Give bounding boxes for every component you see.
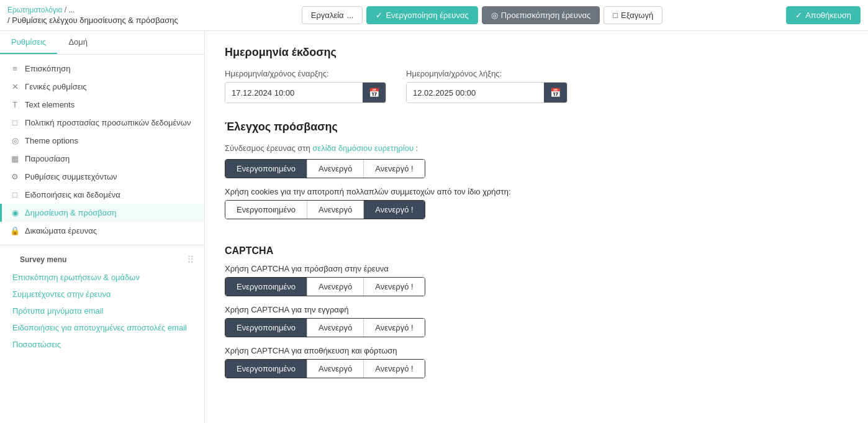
sidebar-item-episkopisi[interactable]: ≡ Επισκόπηση bbox=[0, 60, 204, 78]
access-toggle-active[interactable]: Ενεργοποιημένο bbox=[225, 160, 307, 178]
sidebar-item-dikaiomata[interactable]: 🔒 Δικαιώματα έρευνας bbox=[0, 222, 204, 240]
access-toggle-inactive1[interactable]: Ανενεργό bbox=[307, 160, 364, 178]
captcha-section-title: CAPTCHA bbox=[225, 245, 848, 257]
sidebar-nav: ≡ Επισκόπηση ✕ Γενικές ρυθμίσεις T Text … bbox=[0, 55, 204, 358]
sidebar-item-label: Γενικές ρυθμίσεις bbox=[25, 82, 87, 91]
sidebar-divider bbox=[0, 245, 204, 245]
cookies-toggle-inactive2[interactable]: Ανενεργό ! bbox=[364, 201, 424, 219]
drag-handle-icon[interactable]: ⠿ bbox=[187, 254, 194, 266]
text-icon: T bbox=[10, 100, 20, 109]
export-label: Εξαγωγή bbox=[621, 11, 653, 20]
captcha-section: CAPTCHA Χρήση CAPTCHA για πρόσβαση στην … bbox=[225, 245, 848, 387]
content-area: Ημερομηνία έκδοσης Ημερομηνία/χρόνος ένα… bbox=[205, 31, 868, 423]
captcha-0-btn1[interactable]: Ενεργοποιημένο bbox=[225, 278, 307, 296]
captcha-2-btn1[interactable]: Ενεργοποιημένο bbox=[225, 360, 307, 378]
breadcrumb-subtitle: / Ρυθμίσεις ελέγχου δημοσίευσης & πρόσβα… bbox=[7, 16, 178, 25]
captcha-2-btn2[interactable]: Ανενεργό bbox=[307, 360, 364, 378]
sidebar-item-parousiasi[interactable]: ▦ Παρουσίαση bbox=[0, 150, 204, 168]
breadcrumb-area: Ερωτηματολόγια / ... / Ρυθμίσεις ελέγχου… bbox=[7, 6, 178, 25]
captcha-item-2: Χρήση CAPTCHA για αποθήκευση και φόρτωση… bbox=[225, 346, 848, 387]
breadcrumb-link[interactable]: Ερωτηματολόγια bbox=[7, 6, 62, 14]
eidopoiiseis-icon: □ bbox=[10, 190, 20, 199]
access-section-title: Έλεγχος πρόσβασης bbox=[225, 121, 848, 134]
preview-icon: ◎ bbox=[491, 11, 498, 20]
sidebar-tabs: Ρυθμίσεις Δομή bbox=[0, 31, 204, 55]
captcha-1-btn3[interactable]: Ανενεργό ! bbox=[364, 319, 424, 337]
captcha-0-btn2[interactable]: Ανενεργό bbox=[307, 278, 364, 296]
date-section-title: Ημερομηνία έκδοσης bbox=[225, 46, 848, 59]
captcha-2-btn3[interactable]: Ανενεργό ! bbox=[364, 360, 424, 378]
end-date-calendar-button[interactable]: 📅 bbox=[544, 83, 567, 102]
sidebar-item-politiki[interactable]: □ Πολιτική προστασίας προσωπικών δεδομέν… bbox=[0, 114, 204, 132]
sidebar-item-label: Ρυθμίσεις συμμετεχόντων bbox=[25, 172, 117, 181]
cookies-toggle-inactive1[interactable]: Ανενεργό bbox=[307, 201, 364, 219]
date-section: Ημερομηνία έκδοσης Ημερομηνία/χρόνος ένα… bbox=[225, 46, 848, 103]
sidebar-item-label: Πολιτική προστασίας προσωπικών δεδομένων bbox=[25, 118, 191, 127]
preview-label: Προεπισκόπηση έρευνας bbox=[501, 11, 591, 20]
sidebar-item-rythmiseis[interactable]: ⚙ Ρυθμίσεις συμμετεχόντων bbox=[0, 168, 204, 186]
captcha-1-btn1[interactable]: Ενεργοποιημένο bbox=[225, 319, 307, 337]
cookies-toggle-group: Ενεργοποιημένο Ανενεργό Ανενεργό ! bbox=[225, 200, 425, 219]
cookies-label: Χρήση cookies για την αποτροπή πολλαπλών… bbox=[225, 187, 848, 196]
start-date-input-row: 📅 bbox=[225, 82, 386, 103]
tab-settings[interactable]: Ρυθμίσεις bbox=[0, 31, 57, 54]
tools-button[interactable]: Εργαλεία ... bbox=[302, 6, 363, 24]
sidebar-item-label: Ειδοποιήσεις και δεδομένα bbox=[25, 190, 120, 199]
menu-item-label: Πρότυπα μηνύματα email bbox=[12, 306, 103, 316]
tools-label: Εργαλεία bbox=[311, 11, 344, 20]
start-date-calendar-button[interactable]: 📅 bbox=[363, 83, 386, 102]
captcha-0-btn3[interactable]: Ανενεργό ! bbox=[364, 278, 424, 296]
menu-item-2[interactable]: Πρότυπα μηνύματα email bbox=[0, 302, 204, 319]
captcha-1-btn2[interactable]: Ανενεργό bbox=[307, 319, 364, 337]
end-date-input-row: 📅 bbox=[406, 82, 567, 103]
start-date-field: Ημερομηνία/χρόνος έναρξης: 📅 bbox=[225, 69, 386, 103]
menu-item-label: Ποσοστώσεις bbox=[12, 340, 61, 349]
activate-button[interactable]: ✓ Ενεργοποίηση έρευνας bbox=[366, 6, 477, 24]
export-button[interactable]: □ Εξαγωγή bbox=[604, 6, 662, 24]
cookies-toggle-active[interactable]: Ενεργοποιημένο bbox=[225, 201, 307, 219]
sidebar-item-eidopoiiseis[interactable]: □ Ειδοποιήσεις και δεδομένα bbox=[0, 186, 204, 204]
captcha-toggle-group-2: Ενεργοποιημένο Ανενεργό Ανενεργό ! bbox=[225, 359, 425, 378]
checkmark-icon: ✓ bbox=[376, 11, 382, 20]
breadcrumb: Ερωτηματολόγια / ... bbox=[7, 6, 178, 14]
episkopisi-icon: ≡ bbox=[10, 64, 20, 73]
captcha-toggle-group-1: Ενεργοποιημένο Ανενεργό Ανενεργό ! bbox=[225, 318, 425, 337]
top-bar-actions: Εργαλεία ... ✓ Ενεργοποίηση έρευνας ◎ Πρ… bbox=[302, 6, 662, 24]
captcha-item-1-label: Χρήση CAPTCHA για την εγγραφή bbox=[225, 305, 848, 314]
start-date-label: Ημερομηνία/χρόνος έναρξης: bbox=[225, 69, 386, 78]
sidebar-item-text[interactable]: T Text elements bbox=[0, 96, 204, 114]
survey-menu-header: Survey menu bbox=[10, 250, 76, 269]
access-toggle-inactive2[interactable]: Ανενεργό ! bbox=[364, 160, 424, 178]
public-directory-link[interactable]: σελίδα δημόσιου ευρετηρίου bbox=[312, 143, 414, 153]
dimosieysi-icon: ◉ bbox=[10, 208, 20, 217]
sidebar: Ρυθμίσεις Δομή ≡ Επισκόπηση ✕ Γενικές ρυ… bbox=[0, 31, 205, 423]
export-icon: □ bbox=[613, 11, 618, 20]
top-bar: Ερωτηματολόγια / ... / Ρυθμίσεις ελέγχου… bbox=[0, 0, 868, 31]
sidebar-item-label: Theme options bbox=[25, 136, 78, 145]
theme-icon: ◎ bbox=[10, 136, 20, 145]
date-fields: Ημερομηνία/χρόνος έναρξης: 📅 Ημερομηνία/… bbox=[225, 69, 848, 103]
sidebar-item-dimosieysi[interactable]: ◉ Δημοσίευση & πρόσβαση bbox=[0, 204, 204, 222]
genikes-icon: ✕ bbox=[10, 82, 20, 91]
menu-item-label: Επισκόπηση ερωτήσεων & ομάδων bbox=[12, 273, 140, 282]
menu-item-4[interactable]: Ποσοστώσεις bbox=[0, 336, 204, 353]
menu-item-3[interactable]: Ειδοποιήσεις για αποτυχημένες αποστολές … bbox=[0, 319, 204, 336]
sidebar-item-genikes[interactable]: ✕ Γενικές ρυθμίσεις bbox=[0, 78, 204, 96]
save-label: Αποθήκευση bbox=[805, 11, 851, 20]
start-date-input[interactable] bbox=[225, 83, 363, 102]
main-layout: Ρυθμίσεις Δομή ≡ Επισκόπηση ✕ Γενικές ρυ… bbox=[0, 31, 868, 423]
menu-item-1[interactable]: Συμμετέχοντες στην έρευνα bbox=[0, 286, 204, 302]
save-button[interactable]: ✓ Αποθήκευση bbox=[786, 6, 861, 24]
tab-home[interactable]: Δομή bbox=[57, 31, 99, 54]
sidebar-item-theme[interactable]: ◎ Theme options bbox=[0, 132, 204, 150]
end-date-input[interactable] bbox=[407, 83, 544, 102]
sidebar-item-label: Επισκόπηση bbox=[25, 64, 70, 73]
captcha-item-2-label: Χρήση CAPTCHA για αποθήκευση και φόρτωση bbox=[225, 346, 848, 355]
menu-item-0[interactable]: Επισκόπηση ερωτήσεων & ομάδων bbox=[0, 269, 204, 286]
end-date-field: Ημερομηνία/χρόνος λήξης: 📅 bbox=[406, 69, 567, 103]
sidebar-item-label: Δικαιώματα έρευνας bbox=[25, 226, 97, 235]
breadcrumb-dots: / ... bbox=[65, 6, 75, 14]
access-link-line: Σύνδεσμος έρευνας στη σελίδα δημόσιου ευ… bbox=[225, 143, 848, 153]
dikaiomata-icon: 🔒 bbox=[10, 226, 20, 235]
preview-button[interactable]: ◎ Προεπισκόπηση έρευνας bbox=[482, 6, 600, 24]
